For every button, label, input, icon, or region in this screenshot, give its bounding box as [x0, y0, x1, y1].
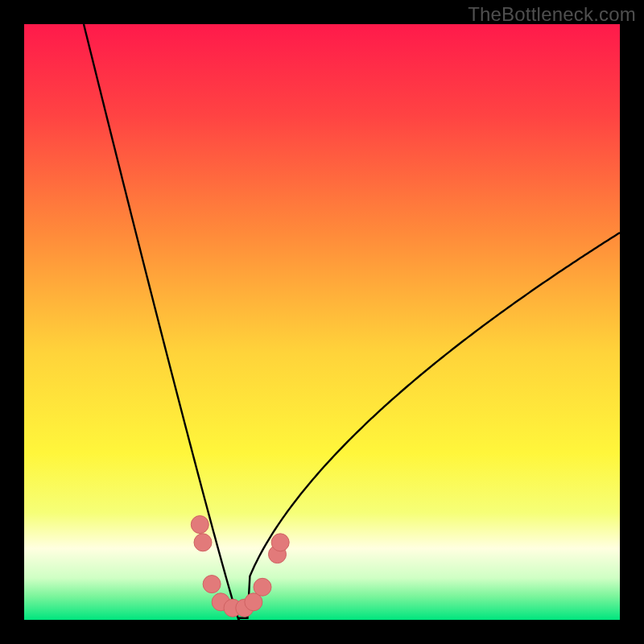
data-marker	[194, 534, 212, 551]
chart-frame: TheBottleneck.com	[0, 0, 644, 644]
data-marker	[254, 578, 271, 596]
chart-plot	[24, 24, 620, 620]
watermark-text: TheBottleneck.com	[468, 3, 636, 26]
data-marker	[271, 534, 289, 551]
data-marker	[191, 516, 208, 534]
chart-background	[24, 24, 620, 620]
data-marker	[203, 576, 221, 593]
